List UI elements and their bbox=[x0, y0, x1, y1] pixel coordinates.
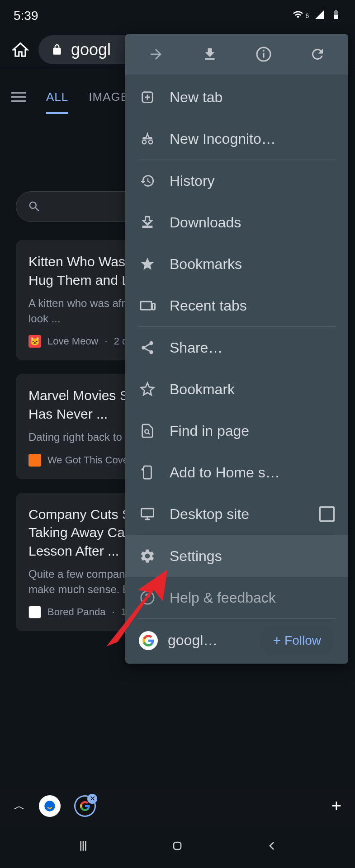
svg-point-6 bbox=[145, 429, 149, 434]
menu-item-help[interactable]: Help & feedback bbox=[125, 577, 348, 618]
downloads-icon bbox=[139, 214, 156, 231]
source-icon bbox=[28, 606, 41, 618]
svg-point-4 bbox=[142, 346, 146, 350]
battery-icon bbox=[331, 9, 341, 23]
menu-item-history[interactable]: History bbox=[125, 160, 348, 202]
status-icons: 6 bbox=[293, 9, 341, 23]
new-tab-button[interactable]: + bbox=[331, 796, 341, 816]
tab-favicon-active[interactable]: ✕ bbox=[74, 795, 96, 817]
svg-rect-8 bbox=[142, 509, 154, 517]
url-text: googl bbox=[71, 40, 111, 59]
status-bar: 5:39 6 bbox=[0, 0, 355, 32]
chrome-menu: New tab New Incognito… History Downloads… bbox=[125, 34, 348, 664]
svg-point-3 bbox=[149, 341, 153, 345]
home-button[interactable] bbox=[170, 839, 185, 855]
recent-tabs-icon bbox=[139, 297, 156, 314]
expand-tabs-icon[interactable]: ︿ bbox=[14, 798, 25, 814]
signal-icon bbox=[314, 9, 325, 23]
follow-button[interactable]: + Follow bbox=[260, 627, 335, 655]
tab-all[interactable]: ALL bbox=[46, 90, 68, 114]
source-icon bbox=[28, 454, 41, 467]
back-button[interactable] bbox=[265, 839, 279, 855]
status-time: 5:39 bbox=[14, 9, 38, 23]
svg-rect-7 bbox=[144, 466, 151, 479]
tab-favicon[interactable] bbox=[39, 795, 61, 817]
menu-item-settings[interactable]: Settings bbox=[125, 535, 348, 577]
desktop-checkbox[interactable] bbox=[319, 506, 335, 522]
forward-button[interactable] bbox=[146, 44, 166, 64]
find-icon bbox=[139, 422, 156, 439]
incognito-icon bbox=[139, 130, 156, 147]
menu-item-incognito[interactable]: New Incognito… bbox=[125, 118, 348, 160]
menu-item-downloads[interactable]: Downloads bbox=[125, 202, 348, 243]
history-icon bbox=[139, 172, 156, 189]
lock-icon bbox=[51, 44, 63, 56]
menu-item-bookmarks[interactable]: Bookmarks bbox=[125, 243, 348, 285]
share-icon bbox=[139, 339, 156, 356]
menu-icon[interactable] bbox=[11, 92, 26, 102]
android-nav-bar bbox=[0, 825, 355, 868]
home-button[interactable] bbox=[11, 41, 29, 59]
close-tab-icon[interactable]: ✕ bbox=[87, 794, 97, 804]
menu-item-share[interactable]: Share… bbox=[125, 327, 348, 368]
wifi-icon bbox=[293, 9, 303, 23]
menu-item-add-home[interactable]: Add to Home s… bbox=[125, 452, 348, 493]
tab-strip: ︿ ✕ + bbox=[0, 787, 355, 825]
menu-item-new-tab[interactable]: New tab bbox=[125, 76, 348, 118]
recents-button[interactable] bbox=[76, 839, 90, 855]
menu-item-desktop-site[interactable]: Desktop site bbox=[125, 493, 348, 535]
menu-top-actions bbox=[125, 34, 348, 75]
menu-follow-row: googl… + Follow bbox=[125, 619, 348, 662]
svg-rect-1 bbox=[141, 302, 151, 310]
reload-button[interactable] bbox=[308, 44, 327, 64]
source-icon: 🐱 bbox=[28, 335, 41, 348]
add-home-icon bbox=[139, 464, 156, 481]
new-tab-icon bbox=[139, 89, 156, 106]
search-icon bbox=[28, 200, 41, 213]
info-button[interactable] bbox=[254, 44, 274, 64]
svg-rect-11 bbox=[174, 842, 181, 849]
menu-item-recent-tabs[interactable]: Recent tabs bbox=[125, 285, 348, 326]
svg-rect-2 bbox=[152, 304, 155, 310]
star-outline-icon bbox=[139, 381, 156, 398]
download-button[interactable] bbox=[200, 44, 220, 64]
svg-point-10 bbox=[44, 801, 55, 811]
google-g-icon bbox=[139, 631, 158, 650]
menu-item-find[interactable]: Find in page bbox=[125, 410, 348, 452]
gear-icon bbox=[139, 547, 156, 565]
svg-point-5 bbox=[149, 350, 153, 354]
wifi-badge: 6 bbox=[305, 12, 309, 19]
menu-item-bookmark[interactable]: Bookmark bbox=[125, 368, 348, 410]
help-icon bbox=[139, 589, 156, 606]
follow-site-label: googl… bbox=[168, 632, 218, 649]
star-filled-icon bbox=[139, 255, 156, 273]
desktop-icon bbox=[139, 505, 156, 523]
